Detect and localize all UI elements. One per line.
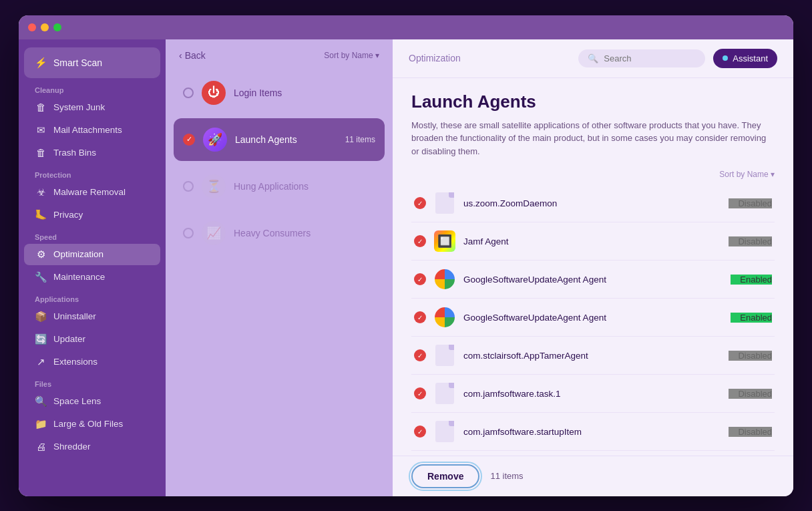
item-checkbox[interactable]: ✓ bbox=[414, 197, 426, 209]
file-icon bbox=[434, 191, 455, 215]
launch-agents-icon: 🚀 bbox=[203, 128, 227, 152]
list-item[interactable]: ✓ 🚀 Launch Agents 11 items bbox=[174, 118, 385, 161]
search-input[interactable] bbox=[604, 53, 696, 63]
malware-icon: ☣ bbox=[35, 186, 47, 198]
trash-icon: 🗑 bbox=[35, 147, 47, 159]
close-button[interactable] bbox=[28, 23, 36, 31]
assistant-label: Assistant bbox=[733, 53, 768, 63]
sidebar-item-updater[interactable]: 🔄 Updater bbox=[24, 329, 160, 350]
section-label-applications: Applications bbox=[19, 289, 166, 305]
sidebar-item-mail-attachments[interactable]: ✉ Mail Attachments bbox=[24, 120, 160, 141]
section-label-cleanup: Cleanup bbox=[19, 79, 166, 96]
bottom-bar: Remove 11 items bbox=[393, 456, 793, 496]
sidebar-item-label: Large & Old Files bbox=[53, 419, 123, 429]
status-dot-icon bbox=[729, 200, 734, 206]
space-lens-icon: 🔍 bbox=[35, 395, 47, 407]
sidebar-item-space-lens[interactable]: 🔍 Space Lens bbox=[24, 391, 160, 412]
system-junk-icon: 🗑 bbox=[35, 102, 47, 114]
agent-name: com.jamfsoftware.startupItem bbox=[463, 427, 721, 437]
sidebar-item-smart-scan[interactable]: ⚡ Smart Scan bbox=[24, 47, 160, 78]
list-item[interactable]: ⏻ Login Items bbox=[174, 71, 385, 114]
item-checkbox[interactable]: ✓ bbox=[414, 425, 426, 438]
item-radio[interactable] bbox=[183, 228, 194, 238]
item-radio[interactable] bbox=[183, 181, 194, 192]
sidebar-item-extensions[interactable]: ↗ Extensions bbox=[24, 351, 160, 373]
sidebar-item-label: System Junk bbox=[53, 102, 105, 112]
list-item[interactable]: 📈 Heavy Consumers bbox=[174, 212, 385, 254]
table-row[interactable]: ✓ GoogleSoftwareUpdateAgent Agent Enable… bbox=[411, 261, 775, 299]
remove-button[interactable]: Remove bbox=[411, 464, 479, 488]
back-label: Back bbox=[185, 50, 206, 61]
list-sort-control[interactable]: Sort by Name ▾ bbox=[719, 170, 775, 179]
mail-icon: ✉ bbox=[35, 124, 47, 136]
sidebar-item-label: Optimization bbox=[53, 249, 104, 259]
list-item[interactable]: ⏳ Hung Applications bbox=[174, 165, 385, 208]
item-checkbox[interactable]: ✓ bbox=[414, 235, 426, 247]
fullscreen-button[interactable] bbox=[53, 23, 61, 31]
sidebar-item-uninstaller[interactable]: 📦 Uninstaller bbox=[24, 306, 160, 327]
titlebar bbox=[19, 15, 793, 39]
item-checkbox[interactable]: ✓ bbox=[414, 349, 426, 361]
agent-status: Disabled bbox=[729, 198, 772, 208]
privacy-icon: 🦶 bbox=[35, 209, 47, 221]
sidebar-item-label: Malware Removal bbox=[53, 187, 126, 197]
section-label-speed: Speed bbox=[19, 226, 166, 243]
table-row[interactable]: ✓ 🔲 Jamf Agent Disabled bbox=[411, 222, 775, 261]
assistant-button[interactable]: Assistant bbox=[713, 49, 777, 68]
right-body: Launch Agents Mostly, these are small sa… bbox=[393, 78, 793, 456]
main-content: ⚡ Smart Scan Cleanup 🗑 System Junk ✉ Mai… bbox=[19, 39, 793, 496]
table-row[interactable]: ✓ com.jamfsoftware.startupItem Disabled bbox=[411, 413, 775, 451]
item-label: Hung Applications bbox=[234, 181, 375, 192]
main-window: ⚡ Smart Scan Cleanup 🗑 System Junk ✉ Mai… bbox=[19, 15, 793, 496]
search-box[interactable]: 🔍 bbox=[578, 49, 705, 67]
minimize-button[interactable] bbox=[41, 23, 49, 31]
item-checkbox[interactable]: ✓ bbox=[183, 134, 195, 146]
login-items-icon: ⏻ bbox=[202, 81, 226, 105]
item-checkbox[interactable]: ✓ bbox=[414, 273, 426, 285]
status-label: Disabled bbox=[738, 236, 772, 246]
item-checkbox[interactable]: ✓ bbox=[414, 311, 426, 323]
sidebar-item-label: Mail Attachments bbox=[53, 125, 122, 135]
sidebar-item-privacy[interactable]: 🦶 Privacy bbox=[24, 204, 160, 226]
status-dot-icon bbox=[731, 315, 736, 320]
middle-panel: ‹ Back Sort by Name ▾ ⏻ Login Items ✓ 🚀 … bbox=[166, 39, 393, 496]
extensions-icon: ↗ bbox=[35, 356, 47, 368]
agent-name: GoogleSoftwareUpdateAgent Agent bbox=[463, 313, 723, 323]
status-label: Enabled bbox=[740, 275, 772, 285]
sidebar-item-label: Updater bbox=[53, 334, 85, 344]
item-label: Login Items bbox=[234, 88, 375, 98]
sidebar-item-large-old[interactable]: 📁 Large & Old Files bbox=[24, 413, 160, 435]
table-row[interactable]: ✓ com.jamfsoftware.task.1 Disabled bbox=[411, 375, 775, 413]
middle-sort-control[interactable]: Sort by Name ▾ bbox=[324, 51, 379, 60]
item-radio[interactable] bbox=[183, 88, 194, 98]
middle-header: ‹ Back Sort by Name ▾ bbox=[166, 39, 393, 67]
header-left: Optimization bbox=[409, 53, 461, 63]
sidebar-item-shredder[interactable]: 🖨 Shredder bbox=[24, 436, 160, 458]
sidebar-item-optimization[interactable]: ⚙ Optimization bbox=[24, 244, 160, 265]
status-dot-icon bbox=[731, 277, 736, 282]
table-row[interactable]: ✓ GoogleSoftwareUpdateAgent Agent Enable… bbox=[411, 299, 775, 337]
right-panel: Optimization 🔍 Assistant Launch Agents M… bbox=[393, 39, 793, 496]
agent-status: Enabled bbox=[731, 313, 772, 323]
sidebar-item-maintenance[interactable]: 🔧 Maintenance bbox=[24, 267, 160, 288]
sidebar-item-trash-bins[interactable]: 🗑 Trash Bins bbox=[24, 142, 160, 164]
status-label: Disabled bbox=[738, 351, 772, 361]
sidebar-item-label: Trash Bins bbox=[53, 148, 96, 158]
item-label: Heavy Consumers bbox=[234, 228, 375, 238]
table-row[interactable]: ✓ com.stclairsoft.AppTamerAgent Disabled bbox=[411, 337, 775, 375]
updater-icon: 🔄 bbox=[35, 333, 47, 345]
optimization-tab[interactable]: Optimization bbox=[409, 53, 461, 63]
item-checkbox[interactable]: ✓ bbox=[414, 387, 426, 399]
sidebar-item-malware-removal[interactable]: ☣ Malware Removal bbox=[24, 182, 160, 203]
sidebar-item-system-junk[interactable]: 🗑 System Junk bbox=[24, 97, 160, 118]
table-row[interactable]: ✓ us.zoom.ZoomDaemon Disabled bbox=[411, 184, 775, 222]
agent-status: Enabled bbox=[731, 275, 772, 285]
status-dot-icon bbox=[729, 429, 734, 434]
google-icon bbox=[435, 269, 455, 289]
status-label: Disabled bbox=[738, 389, 772, 399]
page-title: Launch Agents bbox=[411, 92, 775, 112]
status-dot-icon bbox=[729, 238, 734, 244]
back-button[interactable]: ‹ Back bbox=[179, 50, 206, 61]
status-label: Enabled bbox=[740, 313, 772, 323]
agent-name: Jamf Agent bbox=[463, 236, 721, 246]
